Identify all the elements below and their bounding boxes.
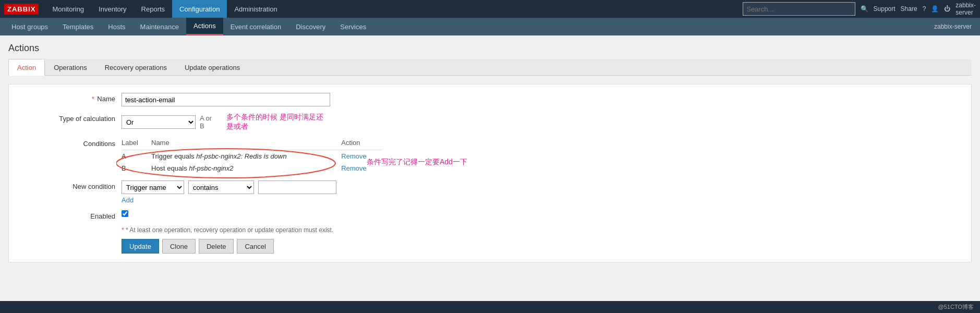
cond-name-a: Trigger equals hf-psbc-nginx2: Redis is … <box>151 150 341 163</box>
user-icon[interactable]: 👤 <box>931 5 939 13</box>
name-input[interactable] <box>122 93 330 106</box>
server-label: zabbix-server <box>934 23 976 30</box>
tab-update-operations[interactable]: Update operations <box>176 59 249 76</box>
conditions-row: Conditions Label Name Action A <box>17 138 963 174</box>
subnav-maintenance[interactable]: Maintenance <box>133 18 186 35</box>
remove-a-link[interactable]: Remove <box>341 152 366 160</box>
nav-inventory[interactable]: Inventory <box>91 0 134 18</box>
cond-label-a: A <box>122 150 151 163</box>
conditions-label: Conditions <box>17 138 122 148</box>
clone-button[interactable]: Clone <box>162 239 196 254</box>
subnav-services[interactable]: Services <box>333 18 373 35</box>
subnav-hosts[interactable]: Hosts <box>101 18 132 35</box>
new-condition-label: New condition <box>17 180 122 190</box>
cond-name-b: Host equals hf-psbc-nginx2 <box>151 162 341 174</box>
calc-annotation: 多个条件的时候 是同时满足还是或者 <box>226 113 330 131</box>
nav-monitoring[interactable]: Monitoring <box>45 0 91 18</box>
top-nav-right: 🔍 Support Share ? 👤 ⏻ zabbix-server <box>743 2 976 16</box>
top-nav-items: Monitoring Inventory Reports Configurati… <box>45 0 743 18</box>
operator-select[interactable]: contains does not contain equals does no… <box>188 180 254 194</box>
conditions-wrap: Label Name Action A Trigger equals hf-ps… <box>122 138 382 174</box>
subnav-actions[interactable]: Actions <box>186 18 223 35</box>
search-icon[interactable]: 🔍 <box>861 5 868 13</box>
page-content: Actions Action Operations Recovery opera… <box>0 35 980 268</box>
cond-value-b: hf-psbc-nginx2 <box>189 164 233 172</box>
sub-navbar: Host groups Templates Hosts Maintenance … <box>0 18 980 35</box>
page-title: Actions <box>8 41 972 54</box>
nav-configuration[interactable]: Configuration <box>172 0 227 18</box>
col-name-header: Name <box>151 138 341 150</box>
subnav-event-correlation[interactable]: Event correlation <box>223 18 289 35</box>
tab-recovery-operations[interactable]: Recovery operations <box>96 59 176 76</box>
top-navbar: ZABBIX Monitoring Inventory Reports Conf… <box>0 0 980 18</box>
subnav-host-groups[interactable]: Host groups <box>4 18 55 35</box>
form-note: * * At least one operation, recovery ope… <box>17 226 963 234</box>
form-buttons: Update Clone Delete Cancel <box>17 239 963 254</box>
subnav-discovery[interactable]: Discovery <box>288 18 333 35</box>
enabled-check <box>122 210 128 217</box>
new-condition-row: New condition Trigger name Trigger sever… <box>17 180 963 204</box>
tabs-bar: Action Operations Recovery operations Up… <box>8 59 972 76</box>
remove-b-link[interactable]: Remove <box>341 164 366 172</box>
cancel-button[interactable]: Cancel <box>237 239 273 254</box>
calc-description: A or B <box>200 114 216 130</box>
logo: ZABBIX <box>4 4 39 15</box>
signout-icon[interactable]: ⏻ <box>944 5 950 13</box>
calc-select[interactable]: And/Or And Or Custom expression <box>122 115 196 129</box>
calc-row: Type of calculation And/Or And Or Custom… <box>17 113 963 131</box>
enabled-label: Enabled <box>17 210 122 220</box>
support-link[interactable]: Support <box>874 5 896 13</box>
delete-button[interactable]: Delete <box>199 239 234 254</box>
username: zabbix-server <box>955 2 976 16</box>
update-button[interactable]: Update <box>122 239 159 254</box>
question-icon[interactable]: ? <box>923 5 926 13</box>
subnav-templates[interactable]: Templates <box>55 18 101 35</box>
enabled-row: Enabled <box>17 210 963 220</box>
new-condition-controls: Trigger name Trigger severity Host Host … <box>122 180 336 204</box>
condition-row-b: B Host equals hf-psbc-nginx2 Remove <box>122 162 382 174</box>
condition-annotation: 条件写完了记得一定要Add一下 <box>367 158 467 167</box>
search-input[interactable] <box>743 2 855 16</box>
trigger-name-select[interactable]: Trigger name Trigger severity Host Host … <box>122 180 184 194</box>
conditions-table: Label Name Action A Trigger equals hf-ps… <box>122 138 382 174</box>
tab-action[interactable]: Action <box>8 59 45 76</box>
name-row: * Name <box>17 93 963 106</box>
name-input-wrap <box>122 93 330 106</box>
condition-value-input[interactable] <box>258 180 336 194</box>
calc-label: Type of calculation <box>17 113 122 123</box>
enabled-checkbox[interactable] <box>122 210 128 217</box>
add-condition-link[interactable]: Add <box>122 196 336 204</box>
calc-input-wrap: And/Or And Or Custom expression A or B 多… <box>122 113 330 131</box>
tab-operations[interactable]: Operations <box>45 59 96 76</box>
cond-label-b: B <box>122 162 151 174</box>
condition-row-a: A Trigger equals hf-psbc-nginx2: Redis i… <box>122 150 382 163</box>
required-marker: * <box>92 95 94 103</box>
nav-administration[interactable]: Administration <box>227 0 284 18</box>
cond-value-a: hf-psbc-nginx2: Redis is down <box>196 152 286 160</box>
action-form: * Name Type of calculation And/Or And Or… <box>8 84 972 262</box>
share-link[interactable]: Share <box>901 5 917 13</box>
nav-reports[interactable]: Reports <box>134 0 173 18</box>
col-action-header: Action <box>341 138 382 150</box>
name-label: * Name <box>17 93 122 103</box>
col-label-header: Label <box>122 138 151 150</box>
